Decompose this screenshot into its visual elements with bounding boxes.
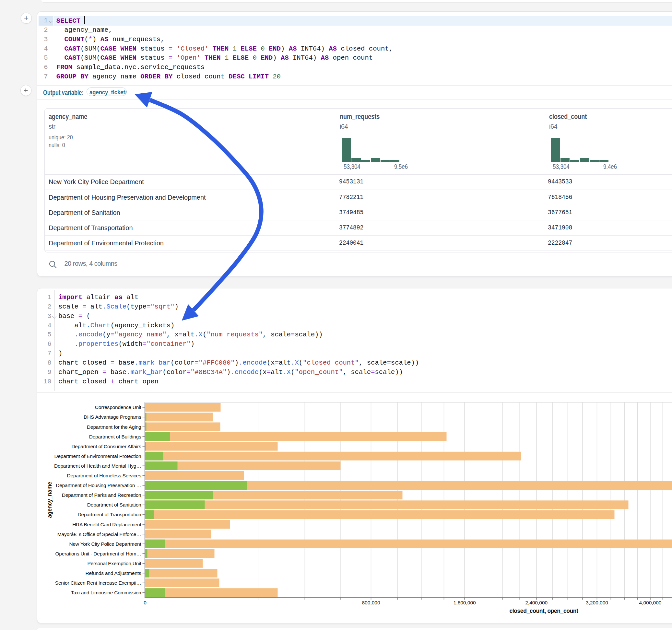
- svg-text:Operations Unit - Department o: Operations Unit - Department of Hom…: [55, 551, 141, 556]
- svg-text:Department of Consumer Affairs: Department of Consumer Affairs: [71, 444, 141, 449]
- svg-text:Taxi and Limousine Commission: Taxi and Limousine Commission: [71, 590, 141, 595]
- svg-text:agency_name: agency_name: [46, 482, 52, 518]
- svg-text:Department for the Aging: Department for the Aging: [87, 424, 141, 430]
- svg-text:Department of Buildings: Department of Buildings: [89, 434, 141, 439]
- svg-text:1,600,000: 1,600,000: [453, 600, 476, 605]
- svg-text:Department of Homeless Service: Department of Homeless Services: [67, 473, 141, 478]
- svg-text:HRA Benefit Card Replacement: HRA Benefit Card Replacement: [72, 522, 141, 527]
- svg-text:800,000: 800,000: [362, 600, 380, 605]
- svg-text:0: 0: [144, 600, 146, 605]
- svg-text:4,000,000: 4,000,000: [639, 600, 661, 605]
- svg-text:Department of Parks and Recrea: Department of Parks and Recreation: [62, 492, 141, 498]
- svg-text:Department of Housing Preserva: Department of Housing Preservation …: [56, 483, 141, 488]
- svg-text:2,400,000: 2,400,000: [525, 600, 548, 605]
- svg-text:Mayorâ€ s Office of Special En: Mayorâ€ s Office of Special Enforce…: [57, 532, 141, 537]
- svg-text:Department of Transportation: Department of Transportation: [77, 512, 141, 517]
- svg-text:Senior Citizen Rent Increase E: Senior Citizen Rent Increase Exempti…: [55, 580, 141, 586]
- svg-text:Personal Exemption Unit: Personal Exemption Unit: [87, 561, 141, 566]
- svg-text:New York City Police Departmen: New York City Police Department: [69, 541, 141, 547]
- svg-text:DHS Advantage Programs: DHS Advantage Programs: [83, 414, 141, 420]
- svg-text:Correspondence Unit: Correspondence Unit: [95, 405, 141, 410]
- svg-text:Department of Health and Menta: Department of Health and Mental Hyg…: [54, 463, 141, 468]
- svg-text:Department of Environmental Pr: Department of Environmental Protection: [54, 453, 141, 459]
- svg-text:Department of Sanitation: Department of Sanitation: [87, 502, 141, 508]
- svg-text:Refunds and Adjustments: Refunds and Adjustments: [85, 571, 141, 576]
- svg-text:closed_count, open_count: closed_count, open_count: [509, 608, 578, 614]
- svg-text:3,200,000: 3,200,000: [586, 600, 608, 605]
